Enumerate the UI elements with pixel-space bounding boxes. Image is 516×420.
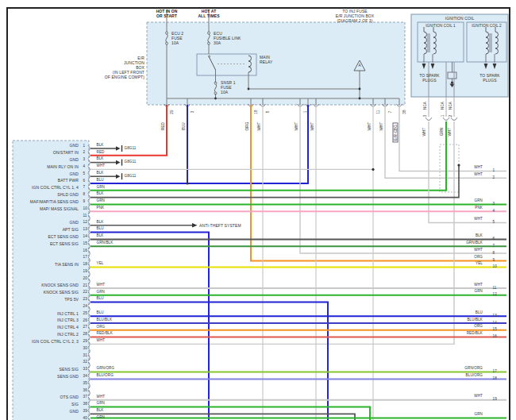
pin-wire-color: BLK	[97, 143, 104, 148]
pin-number: 21	[83, 283, 87, 288]
edge-wire-number: 6	[493, 237, 495, 241]
pin-number: 18	[83, 262, 87, 267]
pin-signal-label: KNOCK SENS GND	[2, 283, 79, 287]
edge-wire-color: GRN/BLK	[435, 241, 483, 245]
edge-wire-number: 12	[493, 292, 497, 297]
edge-wire-number: 9	[493, 258, 495, 263]
pin-number: 3	[83, 157, 86, 162]
pin-signal-label: INJ CTRL 1	[2, 311, 79, 316]
pin-wire-color: BLU	[97, 310, 104, 315]
pin-wire-color: WHT	[97, 395, 106, 399]
pin-signal-label: GND	[2, 171, 79, 176]
pin-number: 35	[83, 381, 87, 386]
edge-wire-number: 18	[493, 376, 497, 381]
junction-output-pin: 38	[402, 110, 406, 114]
junction-output-color: BLU	[181, 122, 185, 129]
pin-wire-color: GRN/ORG	[97, 366, 115, 371]
pin-signal-label: SENS SIG	[2, 367, 79, 372]
pin-number: 13	[83, 227, 87, 232]
pin-number: 33	[83, 367, 87, 372]
junction-output-pin: 1	[302, 111, 306, 114]
pin-wire-color: BLK	[97, 220, 104, 225]
pin-wire-color: BLU	[97, 178, 104, 183]
feed-label-hot-at-all-times: HOT AT ALL TIMES	[183, 9, 234, 18]
edge-wire-number: 14	[493, 321, 497, 326]
pin-number: 22	[83, 290, 87, 295]
edge-wire-color: GRN/ORG	[435, 366, 483, 371]
coil-output-color: GRN	[440, 128, 444, 137]
pin-number: 27	[83, 325, 87, 329]
pin-signal-label: GND	[2, 409, 79, 414]
edge-wire-color: RED/BLK	[435, 331, 483, 336]
edge-wire-color: WHT	[435, 172, 483, 177]
edge-wire-number: 19	[493, 397, 497, 402]
pin-number: 15	[83, 241, 87, 246]
edge-wire-color: BLU/ORG	[435, 373, 483, 378]
pin-wire-color: BLU/BLK	[97, 318, 113, 322]
pin-wire-color: GRN	[97, 290, 106, 295]
edge-wire-color: WHT	[435, 248, 483, 252]
pin-signal-label: SENS GND	[2, 374, 79, 379]
edge-wire-number: 15	[493, 327, 497, 332]
pin-wire-color: ORG	[97, 325, 106, 329]
pin-signal-label: IGN COIL CTRL CYL 2, 3	[2, 339, 79, 344]
pin-number: 16	[83, 249, 87, 253]
ignition-coil-title: IGNITION COIL	[411, 16, 508, 21]
pin-number: 7	[83, 185, 86, 190]
pin-number: 40	[83, 416, 87, 420]
coil-output-color: WHT	[422, 128, 426, 137]
pin-number: 28	[83, 332, 87, 337]
pin-wire-color: GRN/BLK	[97, 241, 114, 245]
edge-wire-number: 3	[493, 202, 495, 206]
pin-signal-label: ECT SENS GND	[2, 234, 79, 239]
edge-wire-color: GRN	[435, 289, 483, 294]
junction-output-pin: 18	[253, 110, 257, 114]
pin-signal-label: TIA SENS IN	[2, 262, 79, 267]
pin-signal-label: MAP/ MASS SIGNAL	[2, 206, 79, 211]
anti-theft-system-label: ANTI-THEFT SYSTEM	[199, 223, 241, 228]
junction-output-color: WHT	[367, 122, 371, 131]
pin-number: 8	[83, 192, 86, 197]
pin-wire-color: GRN	[97, 401, 106, 406]
junction-output-pin: 11	[375, 110, 379, 114]
to-spark-plugs-label-1: TO SPARK PLUGS	[416, 73, 443, 83]
pin-number: 20	[83, 276, 87, 281]
pin-number: 29	[83, 339, 87, 344]
edge-wire-color: WHT	[435, 217, 483, 222]
pin-number: 11	[83, 214, 87, 218]
edge-wire-number: 10	[493, 264, 497, 269]
pin-wire-color: BLK	[97, 191, 104, 196]
edge-wire-color: WHT	[435, 394, 483, 399]
pin-wire-color: BLK	[97, 408, 104, 413]
junction-output-color: WHT	[294, 122, 298, 131]
edge-wire-number: 7	[493, 244, 495, 249]
pin-signal-label: OTS GND	[2, 395, 79, 399]
pin-number: 17	[83, 255, 87, 260]
pin-number: 10	[83, 206, 87, 211]
junction-output-pin: 29	[169, 110, 173, 114]
pin-number: 12	[83, 220, 87, 225]
edge-wire-number: 16	[493, 334, 497, 339]
pin-wire-color: RED	[97, 150, 105, 155]
edge-wire-number: 4	[493, 209, 495, 214]
edge-wire-color: WHT	[435, 283, 483, 287]
pin-number: 38	[83, 402, 87, 407]
junction-output-color: WHT	[256, 122, 260, 131]
edge-wire-color: BLU/BLK	[435, 318, 483, 322]
pin-signal-label: INJ CTRL 3	[2, 318, 79, 322]
pin-number: 23	[83, 297, 87, 302]
pin-number: 31	[83, 353, 87, 358]
pin-wire-color: BLU/ORG	[97, 373, 114, 378]
coil-output-pin: 3	[422, 114, 426, 117]
junction-box-name: E/R JUNCTION BOX (IN LEFT FRONT OF ENGIN…	[87, 56, 144, 79]
ecu2-fuse-label: ECU 2 FUSE 10A	[171, 31, 183, 45]
pin-wire-color: WHT	[97, 338, 106, 343]
pin-signal-label: ECT SENS SIG	[2, 241, 79, 246]
coil-output-pin: 2	[448, 114, 452, 117]
pin-number: 30	[83, 346, 87, 351]
pin-signal-label: SHLD GND	[2, 192, 79, 197]
main-relay-label: MAIN RELAY	[260, 55, 273, 64]
pin-wire-color: WHT	[97, 283, 106, 287]
junction-output-pin: 7	[387, 111, 391, 114]
pin-signal-label: SIG	[2, 402, 79, 407]
